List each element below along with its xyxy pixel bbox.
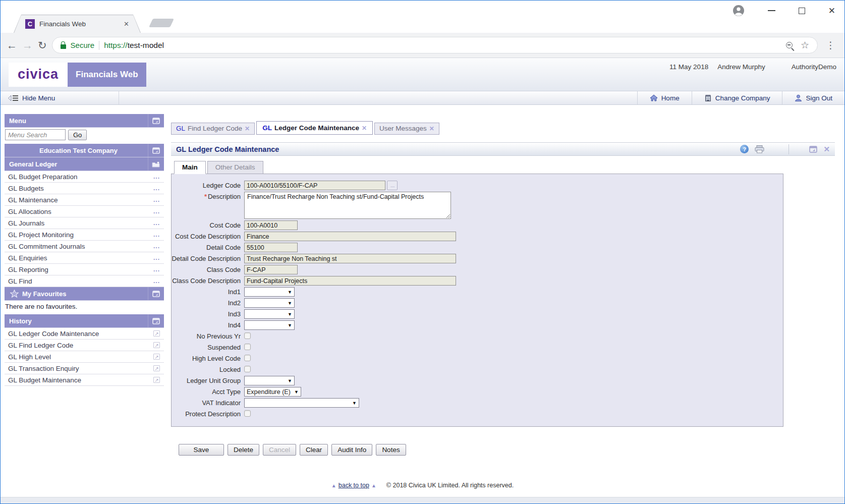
menu-panel-window-icon[interactable] — [148, 114, 164, 127]
detail-code-input[interactable] — [244, 243, 298, 252]
tab-close-icon[interactable]: ✕ — [429, 125, 434, 132]
history-item-gl-high-level[interactable]: GL High Level↗ — [5, 351, 164, 363]
zoom-out-icon[interactable] — [786, 42, 793, 48]
open-in-window-icon[interactable]: ↗ — [153, 330, 160, 337]
ledger-code-input[interactable] — [244, 181, 385, 190]
more-options-icon[interactable]: ... — [153, 196, 160, 203]
clear-button[interactable]: Clear — [300, 444, 328, 456]
sidebar-item-gl-find[interactable]: GL Find... — [5, 275, 164, 287]
undock-window-icon[interactable] — [809, 146, 817, 153]
collapse-folder-icon[interactable] — [148, 157, 164, 171]
ind4-select[interactable]: ▼ — [244, 320, 295, 330]
browser-menu-icon[interactable]: ⋮ — [823, 39, 838, 51]
suspended-checkbox[interactable] — [244, 344, 251, 350]
sidebar-item-gl-allocations[interactable]: GL Allocations... — [5, 206, 164, 217]
print-icon[interactable] — [755, 145, 764, 153]
more-options-icon[interactable]: ... — [153, 243, 160, 250]
open-in-window-icon[interactable]: ↗ — [153, 354, 160, 360]
sidebar-item-gl-journals[interactable]: GL Journals... — [5, 217, 164, 229]
detail-code-description-input[interactable] — [244, 254, 456, 263]
class-code-description-input[interactable] — [244, 276, 456, 286]
sidebar-item-gl-budgets[interactable]: GL Budgets... — [5, 183, 164, 194]
no-previous-yr-checkbox[interactable] — [244, 332, 251, 339]
more-options-icon[interactable]: ... — [153, 277, 160, 285]
more-options-icon[interactable]: ... — [153, 208, 160, 215]
sidebar-item-gl-budget-preparation[interactable]: GL Budget Preparation... — [5, 171, 164, 183]
browse-button[interactable]: ... — [387, 181, 398, 190]
tab-main[interactable]: Main — [174, 161, 206, 174]
ind1-select[interactable]: ▼ — [244, 287, 295, 297]
doc-tab-gl-find-ledger-code[interactable]: GLFind Ledger Code✕ — [171, 123, 255, 135]
hide-menu-button[interactable]: Hide Menu — [1, 91, 119, 104]
history-item-gl-ledger-code-maintenance[interactable]: GL Ledger Code Maintenance↗ — [5, 328, 164, 340]
locked-checkbox[interactable] — [244, 366, 251, 372]
minimize-button[interactable] — [768, 10, 775, 11]
open-in-window-icon[interactable]: ↗ — [153, 342, 160, 348]
menu-search-go-button[interactable]: Go — [68, 130, 87, 140]
sidebar-item-gl-project-monitoring[interactable]: GL Project Monitoring... — [5, 229, 164, 241]
more-options-icon[interactable]: ... — [153, 254, 160, 261]
page-url[interactable]: https://test-model — [104, 41, 164, 50]
close-page-icon[interactable]: ✕ — [823, 145, 830, 154]
select-value — [247, 322, 248, 329]
tab-close-icon[interactable]: ✕ — [362, 125, 367, 132]
change-company-button[interactable]: Change Company — [692, 91, 782, 104]
doc-tab-gl-ledger-code-maintenance[interactable]: GLLedger Code Maintenance✕ — [256, 121, 373, 135]
reload-button-icon[interactable]: ↻ — [38, 40, 47, 50]
notes-button[interactable]: Notes — [376, 444, 406, 456]
browser-tab[interactable]: C Financials Web ✕ — [14, 15, 141, 33]
class-code-input[interactable] — [244, 265, 298, 274]
more-options-icon[interactable]: ... — [153, 219, 160, 227]
back-button-icon[interactable]: ← — [7, 40, 17, 50]
more-options-icon[interactable]: ... — [153, 231, 160, 238]
menu-search-input[interactable] — [5, 129, 66, 140]
home-button[interactable]: Home — [637, 91, 692, 104]
history-window-icon[interactable] — [148, 314, 164, 327]
tab-other-details[interactable]: Other Details — [207, 161, 263, 174]
acct-type-select[interactable]: Expenditure (E)▼ — [244, 387, 301, 397]
open-in-window-icon[interactable]: ↗ — [153, 377, 160, 383]
favourites-window-icon[interactable] — [148, 287, 164, 300]
vat-indicator-select[interactable]: ▼ — [244, 398, 359, 408]
sidebar-item-gl-reporting[interactable]: GL Reporting... — [5, 264, 164, 275]
back-to-top-link[interactable]: ▲ back to top ▲ — [331, 482, 376, 489]
save-button[interactable]: Save — [179, 444, 224, 456]
cost-code-input[interactable] — [244, 220, 298, 230]
maximize-button[interactable] — [799, 8, 805, 14]
description-textarea[interactable] — [244, 192, 451, 219]
browser-profile-avatar-icon[interactable] — [733, 5, 745, 17]
general-ledger-header[interactable]: General Ledger — [5, 157, 164, 171]
ind2-select[interactable]: ▼ — [244, 298, 295, 308]
sign-out-button[interactable]: Sign Out — [782, 91, 844, 104]
up-arrow-icon: ▲ — [371, 483, 376, 488]
forward-button-icon[interactable]: → — [22, 40, 33, 50]
sidebar-item-gl-enquiries[interactable]: GL Enquiries... — [5, 252, 164, 264]
more-options-icon[interactable]: ... — [153, 185, 160, 192]
close-window-button[interactable]: ✕ — [828, 7, 835, 15]
help-icon[interactable]: ? — [740, 145, 749, 153]
cost-code-description-input[interactable] — [244, 232, 456, 241]
new-tab-button[interactable] — [149, 19, 174, 27]
browser-tab-close-icon[interactable]: ✕ — [124, 20, 129, 28]
sidebar-item-label: GL Budgets — [8, 185, 44, 192]
high-level-code-checkbox[interactable] — [244, 355, 251, 361]
bookmark-star-icon[interactable]: ☆ — [801, 40, 809, 50]
more-options-icon[interactable]: ... — [153, 266, 160, 273]
delete-button[interactable]: Delete — [228, 444, 259, 456]
protect-description-checkbox[interactable] — [244, 410, 251, 417]
cancel-button[interactable]: Cancel — [263, 444, 296, 456]
tab-close-icon[interactable]: ✕ — [245, 125, 250, 132]
more-options-icon[interactable]: ... — [153, 173, 160, 180]
history-item-gl-find-ledger-code[interactable]: GL Find Ledger Code↗ — [5, 340, 164, 351]
open-in-window-icon[interactable]: ↗ — [153, 365, 160, 371]
doc-tab-user-messages[interactable]: User Messages✕ — [374, 123, 439, 135]
history-item-gl-budget-maintenance[interactable]: GL Budget Maintenance↗ — [5, 374, 164, 386]
ind3-select[interactable]: ▼ — [244, 309, 295, 319]
sidebar-item-gl-commitment-journals[interactable]: GL Commitment Journals... — [5, 241, 164, 252]
company-window-icon[interactable] — [148, 144, 164, 157]
ledger-unit-group-select[interactable]: ▼ — [244, 376, 295, 385]
address-bar[interactable]: Secure https://test-model ☆ — [52, 37, 818, 53]
audit-info-button[interactable]: Audit Info — [331, 444, 372, 456]
sidebar-item-gl-maintenance[interactable]: GL Maintenance... — [5, 194, 164, 206]
history-item-gl-transaction-enquiry[interactable]: GL Transaction Enquiry↗ — [5, 363, 164, 374]
